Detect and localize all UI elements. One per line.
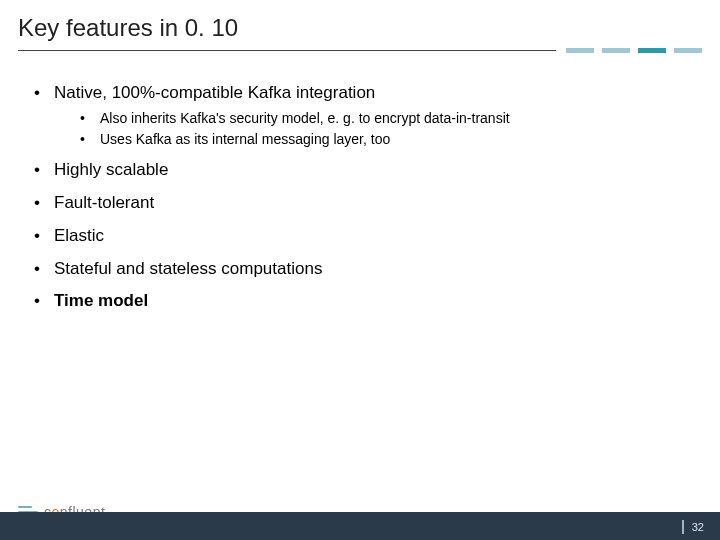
slide-footer-bar (0, 512, 720, 540)
accent-dash-icon (566, 48, 594, 53)
slide-header: Key features in 0. 10 (0, 0, 720, 60)
bullet-text: Highly scalable (54, 160, 168, 179)
page-number-divider-icon (682, 520, 684, 534)
sub-bullet-item: Uses Kafka as its internal messaging lay… (80, 130, 686, 149)
sub-bullet-item: Also inherits Kafka's security model, e.… (80, 109, 686, 128)
sub-bullet-text: Uses Kafka as its internal messaging lay… (100, 131, 390, 147)
slide-title: Key features in 0. 10 (18, 14, 702, 42)
slide-body: Native, 100%-compatible Kafka integratio… (0, 60, 720, 313)
bullet-item: Time model (34, 290, 686, 313)
bullet-item: Fault-tolerant (34, 192, 686, 215)
bullet-text: Native, 100%-compatible Kafka integratio… (54, 83, 375, 102)
bullet-text: Elastic (54, 226, 104, 245)
sub-bullet-text: Also inherits Kafka's security model, e.… (100, 110, 510, 126)
bullet-item: Native, 100%-compatible Kafka integratio… (34, 82, 686, 149)
page-number-value: 32 (692, 521, 704, 533)
bullet-item: Highly scalable (34, 159, 686, 182)
accent-dash-icon (638, 48, 666, 53)
bullet-text: Stateful and stateless computations (54, 259, 322, 278)
bullet-item: Elastic (34, 225, 686, 248)
bullet-item: Stateful and stateless computations (34, 258, 686, 281)
title-underline (18, 48, 702, 54)
page-number: 32 (682, 520, 704, 534)
bullet-text: Time model (54, 291, 148, 310)
bullet-text: Fault-tolerant (54, 193, 154, 212)
accent-dash-icon (602, 48, 630, 53)
accent-dash-icon (674, 48, 702, 53)
